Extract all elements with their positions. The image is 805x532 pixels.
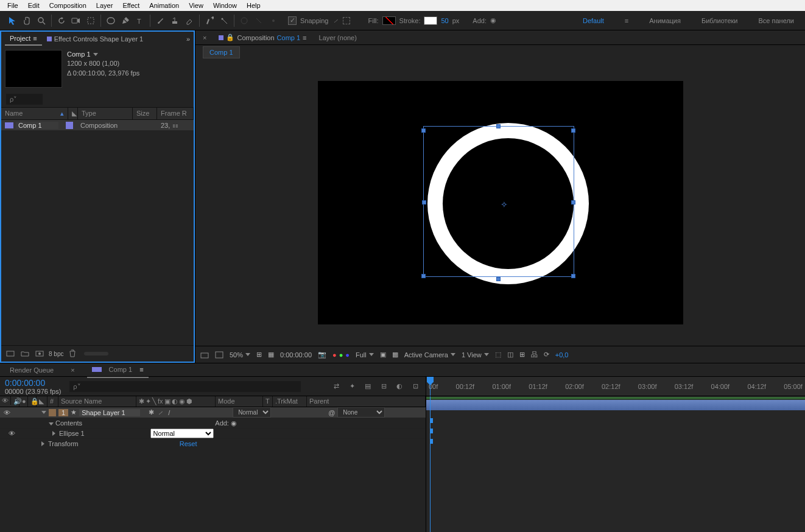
view-count-dropdown[interactable]: 1 View bbox=[462, 351, 489, 359]
brush-tool[interactable] bbox=[153, 13, 167, 28]
col-solo-icon[interactable]: ● bbox=[19, 396, 28, 407]
col-label-icon[interactable]: ◣ bbox=[37, 396, 47, 407]
zoom-level[interactable]: 50% bbox=[230, 351, 250, 359]
parent-pickwhip-icon[interactable]: @ bbox=[328, 409, 335, 416]
rotobrush-tool[interactable]: ✦ bbox=[202, 13, 217, 28]
chevron-down-icon[interactable] bbox=[93, 53, 98, 56]
expand-ellipse-icon[interactable] bbox=[52, 431, 55, 436]
selection-handle[interactable] bbox=[422, 200, 426, 205]
menu-view[interactable]: View bbox=[184, 1, 208, 10]
tab-timeline-comp1[interactable]: Comp 1 ≡ bbox=[87, 362, 149, 378]
selection-handle[interactable] bbox=[571, 200, 575, 205]
col-eye-icon[interactable]: 👁 bbox=[0, 396, 11, 405]
tl-btn-f[interactable]: ⊡ bbox=[410, 381, 421, 392]
hand-tool[interactable] bbox=[19, 13, 34, 28]
tab-project[interactable]: Project ≡ bbox=[5, 32, 42, 46]
resolution-dropdown[interactable]: Full bbox=[356, 351, 374, 359]
selection-handle[interactable] bbox=[571, 274, 575, 278]
pen-tool[interactable] bbox=[118, 13, 133, 28]
bone-tool-a[interactable] bbox=[237, 13, 251, 28]
pan-behind-tool[interactable] bbox=[83, 13, 98, 28]
grid-icon[interactable]: ▦ bbox=[268, 351, 274, 359]
selection-handle[interactable] bbox=[496, 277, 501, 281]
transparency-icon[interactable]: ▩ bbox=[392, 351, 398, 359]
expand-transform-icon[interactable] bbox=[41, 441, 44, 446]
visibility-toggle[interactable]: 👁 bbox=[2, 408, 11, 417]
parent-dropdown[interactable]: None bbox=[337, 407, 385, 418]
bone-tool-c[interactable] bbox=[266, 13, 281, 28]
selection-tool[interactable] bbox=[5, 13, 19, 28]
vf-icon-d[interactable]: 品 bbox=[531, 350, 538, 359]
tl-btn-c[interactable]: ▤ bbox=[362, 381, 373, 392]
type-tool[interactable]: T bbox=[133, 13, 147, 28]
add-shape-icon[interactable]: ◉ bbox=[231, 419, 237, 427]
folder-icon[interactable] bbox=[19, 348, 30, 359]
vf-icon-c[interactable]: ⊞ bbox=[519, 351, 525, 359]
tab-render-queue[interactable]: Render Queue bbox=[5, 365, 58, 376]
ellipse-mode-dropdown[interactable]: Normal bbox=[150, 429, 214, 438]
exposure-icon[interactable]: ⟳ bbox=[544, 351, 549, 359]
bone-tool-b[interactable] bbox=[251, 13, 266, 28]
tab-effect-controls[interactable]: Effect Controls Shape Layer 1 bbox=[42, 33, 149, 45]
panel-overflow-icon[interactable]: » bbox=[186, 35, 190, 43]
tl-btn-a[interactable]: ⇄ bbox=[331, 381, 342, 392]
workspace-all-panels[interactable]: Все панели bbox=[753, 15, 800, 27]
flowchart-icon[interactable]: ⚏ bbox=[172, 121, 178, 129]
timeline-tracks[interactable]: 00f00:12f01:00f 01:12f02:00f02:12f 03:00… bbox=[426, 377, 805, 532]
menu-composition[interactable]: Composition bbox=[44, 1, 91, 10]
col-lock-icon[interactable]: 🔒 bbox=[28, 396, 37, 407]
new-comp-icon[interactable] bbox=[34, 348, 45, 359]
project-search-input[interactable] bbox=[6, 94, 43, 105]
current-time[interactable]: 0:00:00:00 bbox=[5, 378, 61, 388]
stroke-width-value[interactable]: 50 bbox=[441, 17, 448, 24]
comp-thumbnail[interactable] bbox=[5, 50, 62, 88]
layer-expand-icon[interactable] bbox=[41, 411, 46, 414]
lock-icon[interactable]: 🔒 bbox=[226, 33, 234, 41]
tl-btn-d[interactable]: ⊟ bbox=[378, 381, 389, 392]
channel-icon[interactable]: ●●● bbox=[332, 351, 350, 359]
playhead[interactable] bbox=[430, 377, 431, 396]
playhead-line[interactable] bbox=[430, 396, 431, 532]
layer-duration-bar[interactable] bbox=[426, 400, 805, 410]
visibility-toggle[interactable]: 👁 bbox=[7, 429, 16, 438]
interp-icon[interactable] bbox=[5, 348, 16, 359]
workspace-libraries[interactable]: Библиотеки bbox=[695, 15, 744, 27]
clone-tool[interactable] bbox=[167, 13, 182, 28]
zoom-tool[interactable] bbox=[34, 13, 49, 28]
layer-label-swatch[interactable] bbox=[49, 409, 56, 416]
timeline-search-input[interactable] bbox=[69, 381, 301, 392]
res-toggle-icon[interactable] bbox=[215, 351, 223, 359]
selection-handle[interactable] bbox=[496, 124, 501, 128]
camera-tool[interactable] bbox=[69, 13, 83, 28]
camera-dropdown[interactable]: Active Camera bbox=[404, 351, 455, 359]
reset-transform[interactable]: Reset bbox=[180, 440, 197, 447]
layer-shape-layer-1[interactable]: 👁 1 ★ Shape Layer 1 ✱ ⟋ / Normal @ None bbox=[0, 407, 426, 418]
expand-contents-icon[interactable] bbox=[49, 422, 54, 425]
snap-opt-icon[interactable]: ⟋ bbox=[332, 17, 339, 24]
vf-icon-a[interactable]: ⬚ bbox=[495, 351, 501, 359]
snapshot-icon[interactable]: 📷 bbox=[318, 351, 326, 359]
menu-effect[interactable]: Effect bbox=[118, 1, 144, 10]
tl-btn-e[interactable]: ◐ bbox=[394, 381, 405, 392]
workspace-default[interactable]: Default bbox=[577, 15, 610, 27]
safe-zones-icon[interactable]: ⊞ bbox=[256, 351, 262, 359]
selection-handle[interactable] bbox=[421, 128, 426, 133]
mag-ratio-icon[interactable] bbox=[200, 351, 209, 359]
add-menu-icon[interactable]: ◉ bbox=[490, 16, 496, 24]
time-display[interactable]: 0:00:00:00 bbox=[280, 351, 312, 359]
time-ruler[interactable]: 00f00:12f01:00f 01:12f02:00f02:12f 03:00… bbox=[426, 377, 805, 396]
menu-edit[interactable]: Edit bbox=[23, 1, 44, 10]
snap-opt2-icon[interactable] bbox=[343, 17, 350, 24]
rectangle-tool[interactable] bbox=[104, 13, 118, 28]
tl-btn-b[interactable]: ✦ bbox=[346, 381, 357, 392]
menu-layer[interactable]: Layer bbox=[91, 1, 118, 10]
fill-swatch[interactable] bbox=[382, 16, 396, 25]
stroke-swatch[interactable] bbox=[424, 16, 437, 25]
rotation-tool[interactable] bbox=[54, 13, 69, 28]
workspace-animation[interactable]: Анимация bbox=[643, 15, 687, 27]
tab-layer-viewer[interactable]: Layer (none) bbox=[315, 32, 360, 44]
col-audio-icon[interactable]: 🔊 bbox=[11, 396, 19, 407]
roi-icon[interactable]: ▣ bbox=[380, 351, 386, 359]
menu-file[interactable]: File bbox=[2, 1, 23, 10]
bpc-label[interactable]: 8 bpc bbox=[49, 351, 63, 357]
